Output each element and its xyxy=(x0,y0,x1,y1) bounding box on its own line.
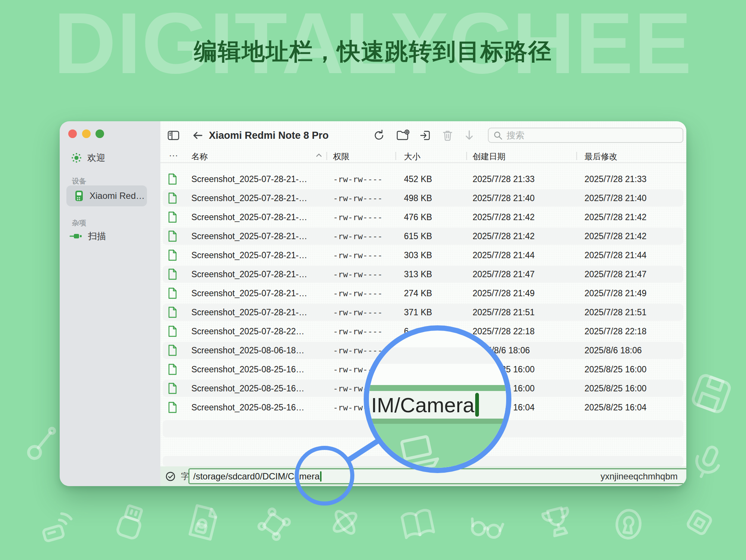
file-permissions: -rw-rw---- xyxy=(333,308,382,317)
table-row[interactable]: Screenshot_2025-07-28-21-… -rw-rw---- 37… xyxy=(163,304,683,321)
file-icon xyxy=(168,326,177,337)
search-input[interactable] xyxy=(507,130,678,141)
magnified-path-input: IM/Camera xyxy=(369,391,506,419)
file-permissions: -rw-rw---- xyxy=(333,251,382,260)
file-size: 274 KB xyxy=(404,288,432,298)
sort-asc-icon xyxy=(315,153,323,158)
download-button[interactable] xyxy=(464,129,474,141)
file-permissions: -rw-rw---- xyxy=(333,327,382,336)
decor-trophy-icon xyxy=(535,500,580,545)
file-modified: 2025/8/25 16:00 xyxy=(584,384,646,394)
column-options-button[interactable]: … xyxy=(169,147,178,159)
file-permissions: -rw-rw---- xyxy=(333,346,382,355)
file-modified: 2025/8/6 18:06 xyxy=(584,345,642,356)
file-modified: 2025/7/28 21:40 xyxy=(584,193,646,203)
file-size: 498 KB xyxy=(404,193,432,203)
file-created: 2025/7/28 22:18 xyxy=(473,326,535,337)
file-name: Screenshot_2025-07-28-21-… xyxy=(191,307,307,317)
window-title: Xiaomi Redmi Note 8 Pro xyxy=(209,130,329,141)
file-icon xyxy=(168,383,177,394)
column-header-created[interactable]: 创建日期 xyxy=(473,151,505,162)
file-icon xyxy=(168,345,177,356)
file-icon xyxy=(168,364,177,375)
new-folder-button[interactable] xyxy=(396,129,410,141)
toggle-sidebar-button[interactable] xyxy=(167,130,180,141)
file-size: 313 KB xyxy=(404,269,432,279)
file-icon xyxy=(168,193,177,204)
sidebar: 欢迎 设备 Xiaomi Red… 杂项 扫描 xyxy=(60,121,160,486)
file-size: 452 KB xyxy=(404,174,432,184)
file-modified: 2025/7/28 22:18 xyxy=(584,326,646,337)
sidebar-item-device-selected[interactable]: Xiaomi Red… xyxy=(66,185,147,206)
delete-button[interactable] xyxy=(442,129,453,141)
file-name: Screenshot_2025-07-28-21-… xyxy=(191,269,307,279)
decor-card-wifi-icon xyxy=(35,503,81,549)
file-size: 303 KB xyxy=(404,250,432,260)
import-button[interactable] xyxy=(419,129,431,141)
back-button[interactable] xyxy=(192,130,203,141)
table-row[interactable]: Screenshot_2025-07-28-21-… -rw-rw---- 31… xyxy=(163,266,683,283)
file-name: Screenshot_2025-07-28-21-… xyxy=(191,231,307,241)
file-name: Screenshot_2025-08-25-16… xyxy=(191,365,304,375)
file-size: 371 KB xyxy=(404,307,432,317)
file-permissions: -rw-rw---- xyxy=(333,213,382,222)
zoom-window-button[interactable] xyxy=(95,129,104,138)
magnified-text-caret xyxy=(475,393,479,417)
file-icon xyxy=(168,269,177,280)
file-permissions: -rw-rw---- xyxy=(333,194,382,203)
minimize-window-button[interactable] xyxy=(82,129,91,138)
file-icon xyxy=(168,173,177,185)
file-name: Screenshot_2025-07-28-21-… xyxy=(191,288,307,298)
file-icon xyxy=(168,288,177,299)
file-name: Screenshot_2025-07-28-22… xyxy=(191,326,304,337)
table-row[interactable]: Screenshot_2025-07-28-21-… -rw-rw---- 49… xyxy=(163,190,683,207)
column-header-name[interactable]: 名称 xyxy=(191,151,208,162)
close-window-button[interactable] xyxy=(68,129,77,138)
decor-file-lock-icon xyxy=(181,500,226,545)
file-created: 2025/7/28 21:49 xyxy=(473,288,535,298)
callout-source-circle xyxy=(295,446,354,506)
search-field[interactable] xyxy=(488,128,683,143)
sidebar-item-label: 扫描 xyxy=(88,230,106,242)
char-glyph: 字 xyxy=(181,471,189,482)
magnified-path-text: IM/Camera xyxy=(371,393,474,417)
magnifier-circle: IM/Camera xyxy=(364,325,511,473)
decor-route-icon xyxy=(21,420,66,465)
file-size: 615 KB xyxy=(404,231,432,241)
column-header-perms[interactable]: 权限 xyxy=(333,151,350,162)
table-row[interactable]: Screenshot_2025-07-28-21-… -rw-rw---- 61… xyxy=(163,228,683,245)
file-created: 2025/7/28 21:42 xyxy=(473,212,535,222)
file-modified: 2025/7/28 21:49 xyxy=(584,288,646,298)
decor-floppy-icon xyxy=(685,367,738,420)
decor-knot-icon xyxy=(324,501,366,544)
table-row[interactable]: Screenshot_2025-07-28-21-… -rw-rw---- 30… xyxy=(163,247,683,264)
table-row[interactable]: Screenshot_2025-07-28-21-… -rw-rw---- 45… xyxy=(163,170,683,188)
file-permissions: -rw-rw---- xyxy=(333,232,382,241)
file-permissions: -rw-rw---- xyxy=(333,175,382,184)
table-header: … 名称 权限 大小 创建日期 最后修改 xyxy=(160,150,686,163)
file-permissions: -rw-rw---- xyxy=(333,289,382,298)
decor-book-icon xyxy=(396,502,440,547)
decor-usb-icon xyxy=(107,499,154,546)
refresh-button[interactable] xyxy=(373,129,385,141)
scan-plug-icon xyxy=(69,232,82,240)
sidebar-item-welcome[interactable]: 欢迎 xyxy=(60,150,160,165)
file-icon xyxy=(168,250,177,261)
decor-tag-icon xyxy=(676,499,723,545)
file-modified: 2025/7/28 21:42 xyxy=(584,231,646,241)
file-icon xyxy=(168,212,177,223)
decor-mic-icon xyxy=(682,436,734,488)
sidebar-item-scan[interactable]: 扫描 xyxy=(60,229,160,244)
file-icon xyxy=(168,307,177,318)
decor-glasses-icon xyxy=(465,504,508,548)
file-modified: 2025/7/28 21:44 xyxy=(584,250,646,260)
file-created: 2025/7/28 21:44 xyxy=(473,250,535,260)
column-header-size[interactable]: 大小 xyxy=(404,151,420,162)
file-modified: 2025/8/25 16:04 xyxy=(584,403,646,413)
confirm-path-button[interactable] xyxy=(165,471,176,482)
table-row[interactable]: Screenshot_2025-07-28-21-… -rw-rw---- 27… xyxy=(163,285,683,302)
column-header-modified[interactable]: 最后修改 xyxy=(584,151,617,162)
file-name: Screenshot_2025-08-25-16… xyxy=(191,384,304,394)
sidebar-item-label: 欢迎 xyxy=(87,152,105,164)
table-row[interactable]: Screenshot_2025-07-28-21-… -rw-rw---- 47… xyxy=(163,209,683,226)
